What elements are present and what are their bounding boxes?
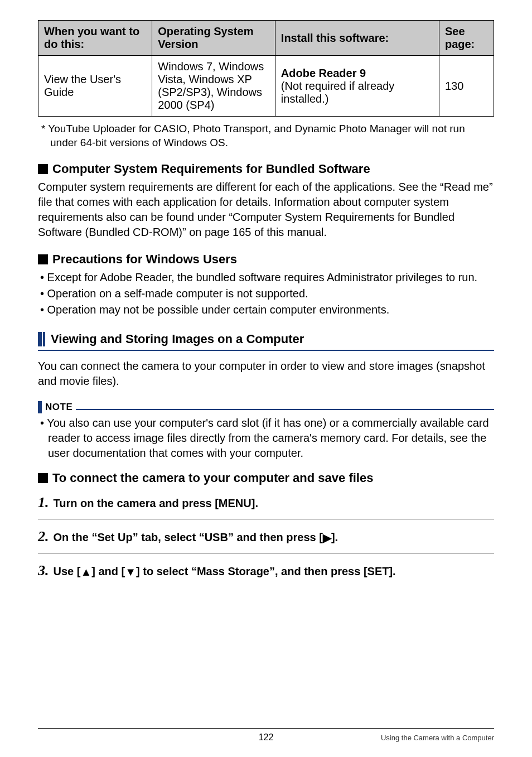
step-text-pre: Use [ bbox=[54, 565, 81, 577]
th-os: Operating System Version bbox=[152, 21, 275, 56]
footer-row: 122 Using the Camera with a Computer bbox=[38, 732, 494, 742]
th-page: See page: bbox=[439, 21, 494, 56]
section-bar-icon bbox=[38, 332, 42, 346]
heading-to-connect: To connect the camera to your computer a… bbox=[38, 471, 494, 485]
cell-task: View the User's Guide bbox=[38, 56, 152, 117]
footnote: * YouTube Uploader for CASIO, Photo Tran… bbox=[38, 122, 494, 150]
heading-text: Computer System Requirements for Bundled… bbox=[52, 162, 370, 176]
square-bullet-icon bbox=[38, 164, 48, 174]
heading-precautions: Precautions for Windows Users bbox=[38, 252, 494, 267]
step-text-mid: ] and [ bbox=[91, 565, 125, 577]
step-text-pre: On the “Set Up” tab, select “USB” and th… bbox=[54, 531, 323, 543]
step-number: 2. bbox=[38, 528, 49, 545]
precautions-list: Except for Adobe Reader, the bundled sof… bbox=[38, 270, 494, 317]
table-row: View the User's Guide Windows 7, Windows… bbox=[38, 56, 494, 117]
section-bar-icon bbox=[43, 332, 45, 346]
step-2: 2. On the “Set Up” tab, select “USB” and… bbox=[38, 528, 494, 545]
note-heading: NOTE bbox=[38, 401, 494, 413]
triangle-up-icon: ▲ bbox=[80, 566, 91, 578]
section-heading-wrap: Viewing and Storing Images on a Computer bbox=[38, 332, 494, 351]
step-text-post: ] to select “Mass Storage”, and then pre… bbox=[136, 565, 396, 577]
list-item: Operation may not be possible under cert… bbox=[38, 302, 494, 317]
step-text: Use [▲] and [▼] to select “Mass Storage”… bbox=[54, 565, 396, 578]
body-computer-requirements: Computer system requirements are differe… bbox=[38, 180, 494, 240]
note-list: You also can use your computer's card sl… bbox=[38, 416, 494, 461]
list-item: Operation on a self-made computer is not… bbox=[38, 286, 494, 301]
cell-os: Windows 7, Windows Vista, Windows XP (SP… bbox=[152, 56, 275, 117]
th-software: Install this software: bbox=[275, 21, 439, 56]
note-line-icon bbox=[76, 409, 494, 410]
th-task: When you want to do this: bbox=[38, 21, 152, 56]
cell-page: 130 bbox=[439, 56, 494, 117]
software-name: Adobe Reader 9 bbox=[281, 67, 366, 79]
triangle-down-icon: ▼ bbox=[125, 566, 136, 578]
software-table: When you want to do this: Operating Syst… bbox=[38, 20, 494, 117]
step-divider bbox=[38, 553, 494, 553]
footer-chapter: Using the Camera with a Computer bbox=[344, 734, 494, 742]
step-text: On the “Set Up” tab, select “USB” and th… bbox=[54, 531, 338, 544]
heading-text: Precautions for Windows Users bbox=[52, 252, 237, 267]
step-text: Turn on the camera and press [MENU]. bbox=[54, 497, 258, 510]
step-number: 1. bbox=[38, 494, 49, 511]
step-1: 1. Turn on the camera and press [MENU]. bbox=[38, 494, 494, 511]
cell-software: Adobe Reader 9 (Not required if already … bbox=[275, 56, 439, 117]
software-note: (Not required if already installed.) bbox=[281, 80, 394, 105]
note-bar-icon bbox=[38, 401, 42, 413]
step-3: 3. Use [▲] and [▼] to select “Mass Stora… bbox=[38, 562, 494, 579]
list-item: You also can use your computer's card sl… bbox=[38, 416, 494, 461]
heading-computer-requirements: Computer System Requirements for Bundled… bbox=[38, 162, 494, 176]
triangle-right-icon: ▶ bbox=[323, 531, 331, 544]
table-header-row: When you want to do this: Operating Syst… bbox=[38, 21, 494, 56]
step-number: 3. bbox=[38, 562, 49, 579]
page-footer: 122 Using the Camera with a Computer bbox=[38, 728, 494, 742]
note-label: NOTE bbox=[45, 402, 72, 413]
list-item: Except for Adobe Reader, the bundled sof… bbox=[38, 270, 494, 285]
heading-text: To connect the camera to your computer a… bbox=[52, 471, 373, 485]
step-divider bbox=[38, 519, 494, 519]
footnote-text: YouTube Uploader for CASIO, Photo Transp… bbox=[48, 123, 465, 148]
square-bullet-icon bbox=[38, 473, 48, 483]
body-viewing-storing: You can connect the camera to your compu… bbox=[38, 359, 494, 389]
square-bullet-icon bbox=[38, 254, 48, 264]
step-text-post: ]. bbox=[331, 531, 338, 543]
page-number: 122 bbox=[259, 732, 274, 742]
page: When you want to do this: Operating Syst… bbox=[0, 0, 532, 757]
footer-rule bbox=[38, 728, 494, 729]
section-heading: Viewing and Storing Images on a Computer bbox=[38, 332, 494, 346]
section-title: Viewing and Storing Images on a Computer bbox=[51, 332, 304, 346]
